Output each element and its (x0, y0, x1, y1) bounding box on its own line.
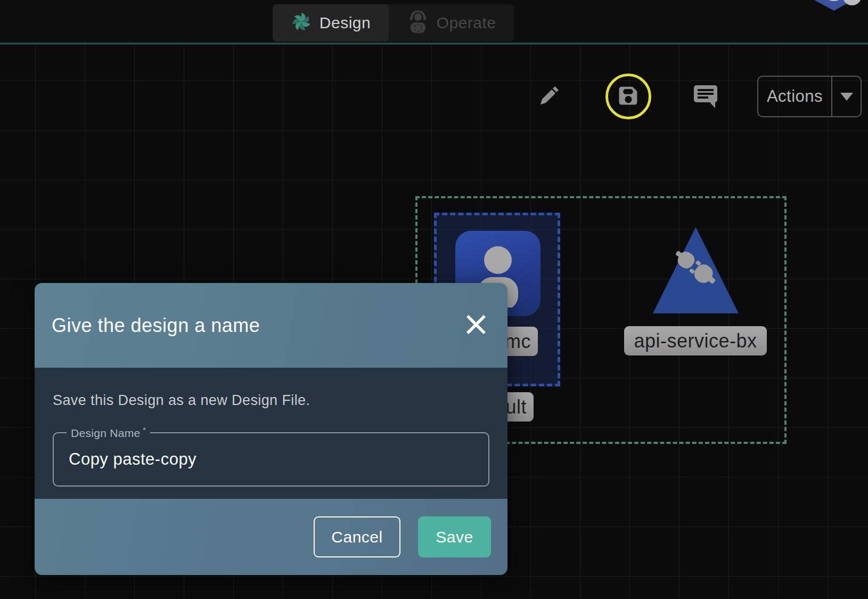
modal-description: Save this Design as a new Design File. (53, 392, 489, 409)
design-name-field[interactable]: Design Name * (53, 432, 489, 487)
app-badge[interactable] (809, 0, 868, 13)
modal-title: Give the design a name (52, 314, 260, 337)
save-button-toolbar[interactable] (605, 74, 651, 119)
close-icon (465, 313, 487, 338)
modal-footer: Cancel Save (35, 499, 507, 575)
mode-tabs: Design Operate (273, 4, 514, 42)
top-bar: Design Operate (0, 0, 868, 43)
modal-body: Save this Design as a new Design File. D… (35, 368, 507, 499)
tab-operate-label: Operate (437, 14, 496, 32)
cancel-button[interactable]: Cancel (314, 516, 400, 557)
edit-icon (536, 84, 561, 111)
comment-icon (692, 83, 719, 112)
close-button[interactable] (464, 313, 488, 338)
node-label-api-service[interactable]: api-service-bx (624, 326, 767, 355)
canvas-top-accent-line (0, 43, 868, 45)
tab-operate[interactable]: Operate (389, 4, 514, 42)
meshery-logo-icon (291, 11, 312, 35)
design-name-input[interactable] (69, 433, 473, 485)
save-button[interactable]: Save (418, 516, 491, 557)
modal-header: Give the design a name (35, 283, 507, 368)
avatar (842, 0, 862, 5)
save-icon (616, 83, 641, 110)
comment-button[interactable] (690, 83, 721, 112)
tab-design[interactable]: Design (273, 4, 389, 42)
plug-icon (670, 242, 721, 294)
actions-button[interactable]: Actions (758, 77, 831, 116)
actions-dropdown-button[interactable] (832, 77, 861, 116)
edit-button[interactable] (534, 83, 563, 112)
actions-split-button[interactable]: Actions (757, 76, 862, 117)
save-design-modal: Give the design a name Save this Design … (35, 283, 507, 575)
chevron-down-icon (840, 93, 853, 101)
tab-design-label: Design (320, 14, 371, 32)
operate-icon (407, 11, 429, 35)
